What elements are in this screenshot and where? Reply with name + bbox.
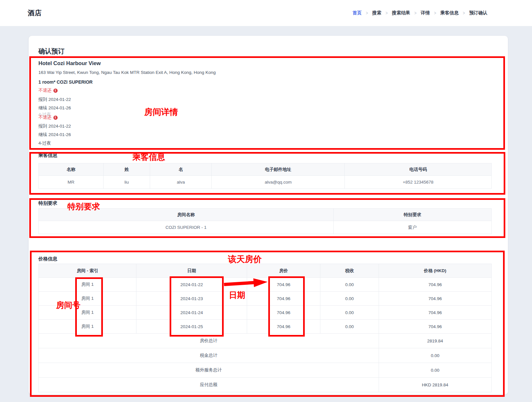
- column-header: 名: [150, 163, 212, 176]
- column-header: 日期: [136, 264, 247, 278]
- total-value: 2819.84: [379, 334, 491, 348]
- room-details-section: Hotel Cozi Harbour View 163 Wai Yip Stre…: [38, 56, 492, 153]
- column-header: 特别要求: [333, 209, 491, 221]
- total-value: 0.00: [379, 348, 491, 363]
- total-row: 房价总计 2819.84: [39, 334, 492, 348]
- passenger-table: 名称 姓 名 电子邮件地址 电话号码 MR liu alva alva@qq.c…: [38, 163, 492, 189]
- date: 2024-01-24: [136, 306, 247, 320]
- special-request-table: 房间名称 特别要求 COZI SUPERIOR - 1 窗户: [38, 208, 492, 234]
- section-title-special: 特别要求: [38, 200, 57, 206]
- passenger-title: MR: [39, 176, 104, 189]
- nonrefundable-badge: 不退还: [38, 115, 58, 120]
- passenger-email: alva@qq.com: [212, 176, 345, 189]
- room-index: 房间 1: [39, 306, 136, 320]
- breadcrumb-item-search-results[interactable]: 搜索结果: [392, 10, 410, 16]
- column-header: 价格 (HKD): [379, 264, 491, 278]
- room-name: COZI SUPERIOR - 1: [39, 221, 334, 234]
- total-label: 应付总额: [39, 378, 379, 392]
- room-index: 房间 1: [39, 320, 136, 334]
- date: 2024-01-23: [136, 292, 247, 306]
- total-value: 0.00: [379, 363, 491, 378]
- column-header: 电子邮件地址: [212, 163, 345, 176]
- navbar: 酒店 首页 搜索 搜索结果 详情 乘客信息 预订确认: [0, 0, 532, 26]
- tax: 0.00: [320, 306, 379, 320]
- total-label: 税金总计: [39, 348, 379, 363]
- breadcrumb-item-search[interactable]: 搜索: [372, 10, 381, 16]
- checkout-date: 继续 2024-01-26: [38, 132, 71, 138]
- total-row: 额外服务总计 0.00: [39, 363, 492, 378]
- chevron-right-icon: [434, 11, 436, 16]
- room-rate: 704.96: [247, 292, 320, 306]
- chevron-right-icon: [463, 11, 465, 16]
- breadcrumb-item-passenger-info[interactable]: 乘客信息: [441, 10, 459, 16]
- breadcrumb: 首页 搜索 搜索结果 详情 乘客信息 预订确认: [353, 10, 487, 16]
- total-label: 房价总计: [39, 334, 379, 348]
- table-header-row: 房间 - 索引 日期 房价 税收 价格 (HKD): [39, 264, 492, 278]
- date: 2024-01-25: [136, 320, 247, 334]
- total-label: 额外服务总计: [39, 363, 379, 378]
- section-title-passengers: 乘客信息: [38, 152, 57, 159]
- nonrefundable-badge: 不退还: [38, 88, 58, 93]
- column-header: 名称: [39, 163, 104, 176]
- passenger-lastname: liu: [103, 176, 150, 189]
- room-index: 房间 1: [39, 278, 136, 292]
- room-summary: 1 room* COZI SUPERIOR: [38, 79, 92, 85]
- column-header: 房间 - 索引: [39, 264, 136, 278]
- price-row: 房间 1 2024-01-22 704.96 0.00 704.96: [39, 278, 492, 292]
- checkin-date: 报到 2024-01-22: [38, 123, 71, 129]
- price-info-section: 价格信息 房间 - 索引 日期 房价 税收 价格 (HKD) 房间 1 2024…: [38, 256, 492, 393]
- price-row: 房间 1 2024-01-23 704.96 0.00 704.96: [39, 292, 492, 306]
- nonrefundable-label: 不退还: [38, 115, 52, 120]
- breadcrumb-item-booking-confirm[interactable]: 预订确认: [469, 10, 487, 16]
- passenger-phone: +852 12345678: [345, 176, 492, 189]
- price-row: 房间 1 2024-01-24 704.96 0.00 704.96: [39, 306, 492, 320]
- chevron-right-icon: [366, 11, 368, 16]
- info-icon[interactable]: [53, 116, 58, 120]
- checkin-date: 报到 2024-01-22: [38, 97, 71, 103]
- tax: 0.00: [320, 320, 379, 334]
- tax: 0.00: [320, 278, 379, 292]
- price: 704.96: [379, 278, 491, 292]
- total-row: 应付总额 HKD 2819.84: [39, 378, 492, 392]
- price: 704.96: [379, 320, 491, 334]
- column-header: 电话号码: [345, 163, 492, 176]
- hotel-address: 163 Wai Yip Street, Kwun Tong, Ngau Tau …: [38, 70, 216, 75]
- nonrefundable-label: 不退还: [38, 88, 52, 93]
- column-header: 姓: [103, 163, 150, 176]
- room-rate: 704.96: [247, 278, 320, 292]
- column-header: 税收: [320, 264, 379, 278]
- room-rate: 704.96: [247, 306, 320, 320]
- passenger-firstname: alva: [150, 176, 212, 189]
- price-row: 房间 1 2024-01-25 704.96 0.00 704.96: [39, 320, 492, 334]
- room-rate: 704.96: [247, 320, 320, 334]
- page-title: 确认预订: [38, 47, 64, 56]
- tax: 0.00: [320, 292, 379, 306]
- booking-confirmation-card: 确认预订 Hotel Cozi Harbour View 163 Wai Yip…: [29, 36, 508, 395]
- room-index: 房间 1: [39, 292, 136, 306]
- special-request-value: 窗户: [333, 221, 491, 234]
- price: 704.96: [379, 306, 491, 320]
- brand-logo[interactable]: 酒店: [28, 8, 42, 18]
- breadcrumb-item-home[interactable]: 首页: [353, 10, 362, 16]
- price: 704.96: [379, 292, 491, 306]
- info-icon[interactable]: [53, 89, 58, 93]
- section-title-pricing: 价格信息: [38, 256, 57, 262]
- date: 2024-01-22: [136, 278, 247, 292]
- total-value: HKD 2819.84: [379, 378, 491, 392]
- passenger-info-section: 乘客信息 名称 姓 名 电子邮件地址 电话号码 MR liu alva alva…: [38, 152, 492, 195]
- chevron-right-icon: [385, 11, 387, 16]
- breadcrumb-item-details[interactable]: 详情: [421, 10, 430, 16]
- column-header: 房价: [247, 264, 320, 278]
- nights-count: 4-过夜: [38, 140, 51, 146]
- table-header-row: 名称 姓 名 电子邮件地址 电话号码: [39, 163, 492, 176]
- column-header: 房间名称: [39, 209, 334, 221]
- checkout-date: 继续 2024-01-26: [38, 105, 71, 111]
- hotel-name: Hotel Cozi Harbour View: [38, 60, 101, 66]
- price-table: 房间 - 索引 日期 房价 税收 价格 (HKD) 房间 1 2024-01-2…: [38, 264, 492, 392]
- chevron-right-icon: [414, 11, 416, 16]
- table-row: COZI SUPERIOR - 1 窗户: [39, 221, 492, 234]
- total-row: 税金总计 0.00: [39, 348, 492, 363]
- special-request-section: 特别要求 房间名称 特别要求 COZI SUPERIOR - 1 窗户: [38, 200, 492, 238]
- table-header-row: 房间名称 特别要求: [39, 209, 492, 221]
- table-row: MR liu alva alva@qq.com +852 12345678: [39, 176, 492, 189]
